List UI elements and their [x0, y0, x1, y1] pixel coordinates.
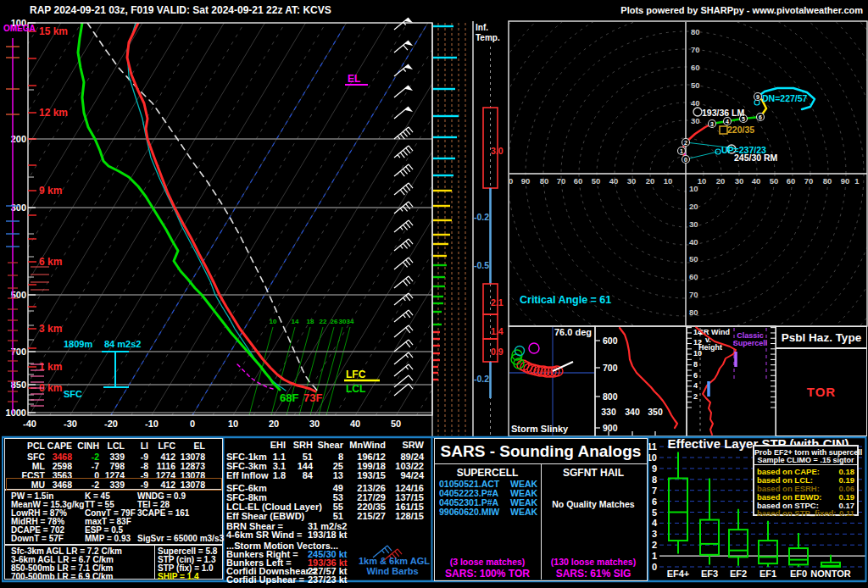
mixing-ratio-label: 10	[270, 318, 277, 325]
height-km-label: 1 km	[39, 361, 62, 373]
hodo-ring-label: 80	[540, 176, 549, 186]
hodo-ring-label: 40	[752, 176, 761, 186]
hodo-ring-label: 70	[689, 290, 698, 299]
hazard-header: Psbl Haz. Type	[776, 326, 867, 349]
hodo-ring-label: 40	[609, 176, 619, 186]
hodo-height-dot-label: 2	[684, 140, 687, 146]
sr-wind-y-label: 8	[693, 360, 698, 369]
kin-header: Shear	[299, 440, 343, 450]
slinky-title: Storm Slinky	[511, 424, 569, 434]
kin-row-label: Eff Shear (EBWD)	[226, 511, 304, 521]
barb-note-line1: 1km & 6km AGL	[359, 556, 426, 566]
hodo-height-dot-label: 0	[684, 157, 687, 163]
inflow-bottom-label: SFC	[64, 389, 82, 399]
kin-cell: 51	[299, 511, 343, 521]
isotherm-dashed	[131, 23, 367, 415]
inf-temp-header: Temp.	[476, 33, 500, 42]
stp-legend-label: based on STP_fixed:	[757, 508, 836, 518]
stp-legend: Prob EF2+ torn with supercell Sample CLI…	[753, 445, 859, 516]
isotherm-dashed	[0, 23, 203, 415]
index-value: DownT = 57F	[11, 534, 64, 543]
hodo-annotation: 193/36 LM	[702, 108, 744, 118]
kinematics-panel: EHISRHShearMnWindSRWSFC-1km1.1518196/128…	[223, 438, 431, 582]
lfc-label: LFC	[346, 369, 366, 380]
wind-speed-strip	[432, 21, 473, 436]
thetae-x-label: 340	[625, 407, 640, 417]
wind-barb	[394, 239, 413, 251]
sars-supercell-loose: (3 loose matches)	[434, 557, 541, 567]
stp-box	[759, 541, 777, 563]
hodo-ring-label: 70	[691, 45, 700, 54]
effective-inflow-marker	[102, 352, 129, 387]
theta-e-panel: 600700800900330340350	[595, 326, 687, 436]
warm-advection-value: 0.9	[491, 347, 504, 357]
stp-y-label: 3	[652, 529, 657, 539]
stp-y-label: 7	[652, 485, 657, 496]
possible-hazard-panel: Psbl Haz. Type TOR	[776, 326, 867, 436]
stp-y-label: 6	[652, 496, 657, 507]
sars-hail-body: No Quality Matches	[542, 499, 644, 509]
kin-cell: 128/15	[380, 511, 424, 521]
height-km-label: 6 km	[39, 256, 62, 268]
isotherm-dashed	[417, 23, 653, 415]
temp-axis-label: 40	[350, 419, 360, 429]
hodo-ring-label: 50	[770, 176, 779, 186]
hodo-ring-label: 20	[646, 176, 655, 186]
parcel-header: EL	[168, 441, 205, 451]
mixing-ratio-label: 26	[331, 318, 338, 325]
stp-legend-value: 0.11	[839, 508, 854, 518]
hodo-ring-label: 20	[689, 202, 698, 211]
isotherm	[397, 23, 632, 415]
stp-box	[669, 479, 687, 541]
height-km-label: 15 km	[39, 25, 68, 37]
warm-advection-value: 1.4	[491, 326, 504, 336]
temp-axis-label: 0	[190, 419, 195, 429]
kin-cell: 94/24	[380, 470, 424, 480]
hodo-annotation: 245/30 RM	[734, 153, 778, 163]
warm-advection-value: 3.0	[491, 146, 504, 156]
temp-axis-label: 50	[391, 419, 401, 429]
stp-y-label: 1	[652, 551, 657, 561]
stp-y-label: 8	[652, 474, 657, 485]
cool-advection-value: -0.2	[474, 212, 489, 222]
height-km-label: 9 km	[39, 185, 62, 197]
slinky-angle-label: 76.0 deg	[554, 327, 592, 337]
wind-barb-column	[394, 18, 413, 396]
isotherm-dashed	[91, 23, 326, 415]
barb-note-line2: Wind Barbs	[359, 566, 426, 576]
wind-barb	[394, 41, 413, 53]
temp-axis-label: -20	[104, 419, 118, 429]
wind-barb	[394, 364, 413, 376]
hodo-ring-label: 30	[689, 219, 698, 229]
sr-wind-title: Height	[698, 343, 722, 352]
hodo-ring-label: 30	[735, 176, 744, 186]
sars-hail-header: SGFNT HAIL	[542, 467, 644, 479]
sars-title: SARS - Sounding Analogs	[434, 438, 648, 464]
mu-row-highlight	[6, 478, 222, 491]
sars-panel: SARS - Sounding Analogs SUPERCELL SGFNT …	[432, 438, 648, 582]
sars-supercell-header: SUPERCELL	[437, 467, 538, 479]
hodo-height-dot-label: 1	[680, 148, 683, 154]
stp-y-label: 2	[652, 540, 657, 550]
pressure-label: 1000	[6, 408, 26, 418]
hodo-ring-label: 80	[691, 27, 700, 36]
hodo-ring-label: 60	[691, 63, 700, 72]
thetae-y-label: 700	[603, 363, 618, 373]
hodo-ring-label: 1	[854, 176, 860, 186]
hazard-body: TOR	[776, 347, 867, 436]
thermodynamics-panel: PCLCAPECINHLCLLILFCELSFC3468-2339-941213…	[4, 438, 223, 580]
thetae-x-label: 350	[648, 407, 663, 417]
composite-index-value: SHIP = 1.4	[158, 572, 198, 581]
kin-cell: 13	[299, 470, 343, 480]
hodo-height-dot-label: 6	[759, 114, 762, 120]
kin-header: SRW	[380, 440, 424, 450]
hodo-ring-label: 10	[664, 176, 673, 186]
hodo-ring-label: 20	[716, 176, 726, 186]
sr-wind-46-value: 193/18 kt	[308, 530, 347, 540]
index-value: SigSvr = 65000 m3/s3	[137, 534, 224, 543]
isotherm-dashed	[253, 23, 489, 415]
sr-wind-y-label: 4	[693, 381, 698, 390]
height-km-label: 3 km	[39, 323, 62, 335]
sharppy-sounding-page: RAP 2024-09-21 03z, F019 VALID: Sat 2024…	[0, 0, 868, 588]
storm-motion-line	[686, 152, 718, 159]
